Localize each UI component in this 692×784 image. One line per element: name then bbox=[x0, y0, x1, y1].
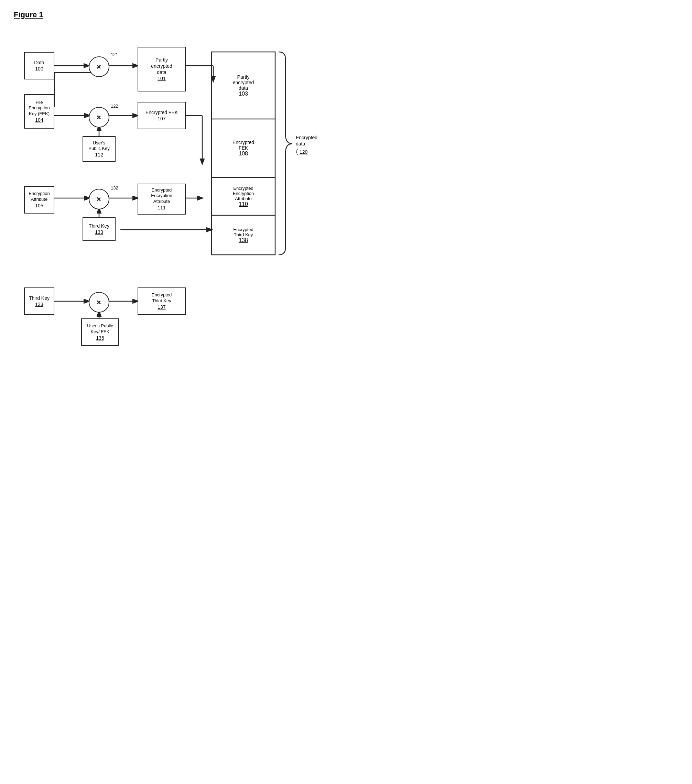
enc-third-138-cell: EncryptedThird Key 138 bbox=[211, 215, 275, 255]
enc-ea-111-box: EncryptedEncryptionAttribute 111 bbox=[138, 184, 186, 214]
circle-132: + bbox=[89, 189, 109, 209]
label-121: 121 bbox=[111, 52, 118, 57]
enc-fek-107-box: Encrypted FEK 107 bbox=[138, 102, 186, 129]
encrypted-data-label: Encrypteddata 〈 120 bbox=[296, 135, 318, 156]
figure-title: Figure 1 bbox=[14, 10, 332, 19]
label-122: 122 bbox=[111, 104, 118, 109]
circle-122: + bbox=[89, 107, 109, 128]
circle-121: + bbox=[89, 56, 109, 77]
label-132: 132 bbox=[111, 185, 118, 191]
circle-141: + bbox=[89, 292, 109, 313]
partly-enc-data-101-box: Partlyencrypteddata 101 bbox=[138, 47, 186, 91]
data-100-box: Data 100 bbox=[24, 52, 54, 79]
users-pub-key-fek-136-box: User's PublicKey/ FEK 136 bbox=[81, 318, 119, 346]
diagram: Data 100 + 121 Partlyencrypteddata 101 F… bbox=[14, 33, 330, 394]
third-key-133a-box: Third Key 133 bbox=[82, 217, 115, 241]
enc-third-137-box: EncryptedThird Key 137 bbox=[138, 287, 186, 315]
enc-ea-110-cell: EncryptedEncryptionAttribute 110 bbox=[211, 178, 275, 215]
enc-fek-108-cell: EncryptedFEK 108 bbox=[211, 119, 275, 178]
enc-attr-105-box: EncryptionAttribute 105 bbox=[24, 186, 54, 214]
users-pub-key-112-box: User'sPublic Key 112 bbox=[82, 136, 115, 162]
partly-enc-103-cell: Partlyencrypteddata 103 bbox=[211, 52, 275, 119]
fek-104-box: File EncryptionKey (FEK) 104 bbox=[24, 94, 54, 128]
third-key-133b-box: Third Key 133 bbox=[24, 287, 54, 315]
